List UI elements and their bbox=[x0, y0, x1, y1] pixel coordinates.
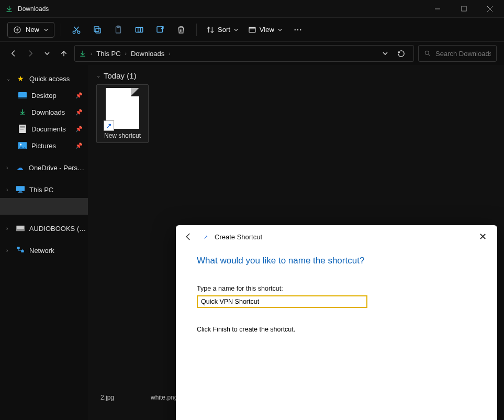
svg-rect-19 bbox=[20, 126, 25, 127]
back-button[interactable] bbox=[7, 46, 20, 61]
window-title: Downloads bbox=[18, 5, 428, 13]
sidebar-item-label: OneDrive - Personal bbox=[29, 164, 88, 172]
recent-locations-button[interactable] bbox=[41, 46, 53, 61]
copy-button[interactable] bbox=[88, 21, 106, 39]
sidebar-item-thispc-highlight bbox=[0, 198, 88, 215]
sidebar-group-thispc[interactable]: › This PC bbox=[0, 181, 88, 198]
svg-rect-21 bbox=[20, 129, 24, 129]
svg-rect-30 bbox=[21, 250, 24, 252]
delete-button[interactable] bbox=[172, 21, 190, 39]
refresh-button[interactable] bbox=[393, 50, 409, 58]
search-input[interactable] bbox=[435, 50, 491, 58]
monitor-icon bbox=[16, 185, 25, 194]
sidebar-group-audiobooks[interactable]: › AUDIOBOOKS (D:) bbox=[0, 220, 88, 237]
dialog-back-button[interactable] bbox=[182, 230, 195, 243]
shortcut-overlay-icon: ↗ bbox=[104, 120, 114, 131]
pin-icon: 📌 bbox=[75, 92, 83, 99]
view-icon bbox=[248, 26, 256, 34]
view-label: View bbox=[260, 26, 274, 34]
chevron-down-icon: ⌄ bbox=[6, 76, 14, 82]
sidebar-item-downloads[interactable]: Downloads 📌 bbox=[0, 104, 88, 120]
sidebar-item-desktop[interactable]: Desktop 📌 bbox=[0, 87, 88, 104]
sidebar-item-label: Documents bbox=[31, 125, 66, 133]
group-label: Today (1) bbox=[104, 71, 137, 80]
svg-point-15 bbox=[425, 51, 429, 54]
maximize-button[interactable] bbox=[454, 2, 474, 16]
chevron-down-icon bbox=[233, 27, 239, 32]
dialog-close-button[interactable]: ✕ bbox=[474, 228, 491, 245]
chevron-right-icon: › bbox=[91, 51, 92, 57]
svg-point-13 bbox=[297, 29, 298, 30]
toolbar: New Sort View bbox=[0, 18, 504, 42]
new-button-label: New bbox=[26, 26, 39, 34]
cut-button[interactable] bbox=[68, 21, 85, 39]
search-icon bbox=[424, 50, 431, 57]
shortcut-name-input[interactable] bbox=[197, 295, 367, 308]
svg-rect-5 bbox=[94, 27, 99, 31]
pictures-icon bbox=[18, 141, 27, 150]
sidebar-group-label: Quick access bbox=[29, 75, 70, 83]
search-box[interactable] bbox=[418, 45, 497, 62]
file-tile-shortcut[interactable]: ↗ New shortcut bbox=[96, 84, 149, 143]
separator bbox=[196, 24, 197, 36]
chevron-down-icon[interactable] bbox=[382, 50, 388, 57]
chevron-down-icon bbox=[43, 27, 49, 32]
sidebar-item-label: Downloads bbox=[31, 108, 65, 116]
download-icon bbox=[4, 4, 14, 14]
sidebar-item-label: Network bbox=[29, 247, 54, 255]
download-icon bbox=[79, 50, 86, 57]
more-button[interactable] bbox=[289, 21, 307, 39]
sort-button[interactable]: Sort bbox=[203, 24, 242, 36]
separator bbox=[61, 24, 61, 36]
sidebar-group-quickaccess[interactable]: ⌄ ★ Quick access bbox=[0, 70, 88, 87]
svg-rect-28 bbox=[17, 226, 24, 229]
desktop-icon bbox=[18, 91, 27, 100]
sidebar: ⌄ ★ Quick access Desktop 📌 Downloads 📌 D… bbox=[0, 65, 88, 420]
minimize-button[interactable] bbox=[428, 2, 447, 16]
file-label: white.png bbox=[151, 394, 177, 401]
cloud-icon: ☁ bbox=[15, 163, 24, 172]
title-bar: Downloads bbox=[0, 0, 504, 18]
sidebar-item-label: Desktop bbox=[31, 92, 57, 100]
file-label: 2.jpg bbox=[100, 394, 114, 401]
address-bar[interactable]: › This PC › Downloads › bbox=[74, 45, 414, 62]
file-thumbnail: ↗ bbox=[106, 88, 139, 129]
svg-rect-11 bbox=[249, 27, 255, 32]
up-button[interactable] bbox=[58, 46, 70, 61]
group-header-today[interactable]: ⌄ Today (1) bbox=[96, 71, 496, 80]
breadcrumb-current[interactable]: Downloads bbox=[131, 50, 164, 58]
breadcrumb-root[interactable]: This PC bbox=[96, 50, 120, 58]
close-button[interactable] bbox=[480, 2, 500, 16]
create-shortcut-dialog: ↗ Create Shortcut ✕ What would you like … bbox=[176, 225, 497, 420]
share-button[interactable] bbox=[151, 21, 169, 39]
svg-rect-17 bbox=[18, 97, 27, 98]
shortcut-icon: ↗ bbox=[202, 233, 209, 240]
chevron-right-icon: › bbox=[169, 51, 170, 57]
svg-rect-26 bbox=[18, 192, 23, 193]
sidebar-item-pictures[interactable]: Pictures 📌 bbox=[0, 137, 88, 154]
paste-button[interactable] bbox=[109, 21, 127, 39]
svg-rect-20 bbox=[20, 127, 25, 128]
sidebar-group-network[interactable]: › Network bbox=[0, 242, 88, 259]
chevron-right-icon: › bbox=[6, 187, 14, 193]
sidebar-item-label: This PC bbox=[29, 186, 53, 194]
chevron-right-icon: › bbox=[6, 226, 14, 231]
svg-point-12 bbox=[294, 29, 295, 30]
forward-button[interactable] bbox=[24, 46, 37, 61]
sidebar-item-documents[interactable]: Documents 📌 bbox=[0, 120, 88, 137]
nav-row: › This PC › Downloads › bbox=[0, 42, 504, 65]
svg-rect-10 bbox=[157, 27, 163, 32]
dialog-heading: What would you like to name the shortcut… bbox=[197, 256, 476, 266]
network-icon bbox=[16, 246, 25, 255]
new-button[interactable]: New bbox=[7, 22, 54, 38]
sidebar-group-onedrive[interactable]: › ☁ OneDrive - Personal bbox=[0, 159, 88, 176]
sidebar-item-label: Pictures bbox=[31, 142, 56, 150]
sidebar-item-label: AUDIOBOOKS (D:) bbox=[29, 225, 88, 233]
download-icon bbox=[18, 107, 27, 117]
view-button[interactable]: View bbox=[245, 24, 286, 36]
content-pane: ⌄ Today (1) ↗ New shortcut 2.jpg white.p… bbox=[88, 65, 504, 420]
drive-icon bbox=[16, 224, 25, 233]
svg-rect-0 bbox=[461, 6, 466, 11]
pin-icon: 📌 bbox=[75, 142, 83, 149]
rename-button[interactable] bbox=[130, 21, 148, 39]
